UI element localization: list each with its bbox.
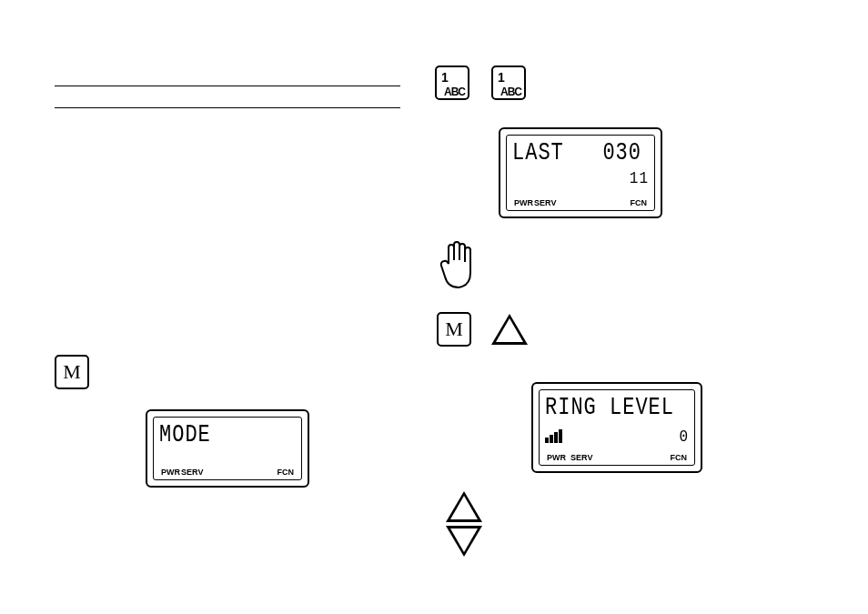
m-key-right[interactable]: M [437,312,471,347]
rule-1 [55,86,400,86]
lcd-mode-pwr: PWR [161,468,180,477]
lcd-last-pwr: PWR [514,198,533,207]
lcd-ring-line1: RING LEVEL [545,393,674,421]
lcd-last-serv: SERV [534,198,556,207]
key2-bottom: ABC [500,86,521,98]
m-key-label: M [63,360,81,384]
lcd-ring-pwr: PWR [547,453,566,462]
key1-bottom: ABC [444,86,465,98]
key-1abc-right[interactable]: 1 ABC [491,65,526,100]
key2-top: 1 [498,70,505,85]
lcd-mode-line1: MODE [159,420,211,448]
scroll-down-icon[interactable] [446,526,482,557]
lcd-last-fcn: FCN [630,198,647,207]
lcd-ring: RING LEVEL 0 PWR SERV FCN [531,382,702,473]
scroll-up-icon[interactable] [446,491,482,522]
lcd-last-line2: 11 [512,168,649,188]
lcd-mode-fcn: FCN [277,468,294,477]
lcd-ring-serv: SERV [570,453,592,462]
lcd-last: LAST 030 11 PWR SERV FCN [499,127,662,218]
m-key-left[interactable]: M [55,355,89,389]
lcd-ring-fcn: FCN [670,453,687,462]
lcd-mode-serv: SERV [181,468,203,477]
m-key-right-label: M [445,317,463,341]
lcd-mode: MODE PWR SERV FCN [146,409,309,488]
key-1abc-left[interactable]: 1 ABC [435,65,469,100]
lcd-last-line1: LAST 030 [512,138,641,166]
rule-2 [55,107,400,108]
lcd-ring-line2: 0 [592,427,689,447]
up-arrow-key[interactable] [491,314,528,345]
key1-top: 1 [441,70,449,85]
hand-icon [437,240,477,291]
signal-bars-icon [545,429,562,443]
